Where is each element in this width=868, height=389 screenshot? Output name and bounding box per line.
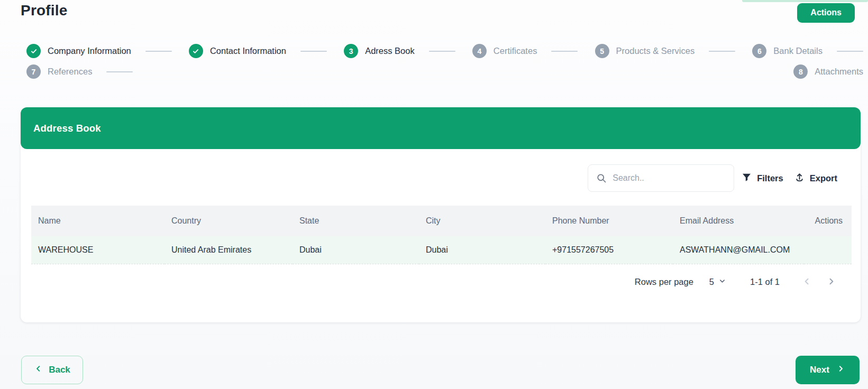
stepper-step-contact-information[interactable]: Contact Information (189, 44, 327, 58)
page-range-label: 1-1 of 1 (750, 277, 780, 287)
search-icon (596, 173, 607, 186)
cell-state: Dubai (293, 236, 419, 264)
chevron-down-icon (718, 277, 726, 287)
filter-funnel-icon (742, 172, 752, 184)
step-label: Attachments (815, 67, 863, 77)
step-connector (300, 51, 327, 52)
next-page-button[interactable] (826, 276, 836, 288)
back-button[interactable]: Back (21, 356, 83, 384)
column-header-country: Country (165, 206, 293, 236)
step-connector (429, 51, 455, 52)
step-label: Contact Information (210, 46, 286, 56)
stepper-row-1: Company Information Contact Information … (26, 44, 863, 58)
card-header: Address Book (21, 107, 861, 149)
step-connector (837, 51, 863, 52)
table-toolbar: Filters Export (21, 164, 837, 192)
chevron-left-icon (802, 276, 812, 288)
next-label: Next (810, 365, 829, 375)
address-book-card: Address Book Filters Export (21, 107, 861, 322)
step-number-badge: 8 (793, 64, 808, 79)
top-edge-green-streak (742, 0, 868, 2)
step-label: Company Information (48, 46, 131, 56)
profile-stepper: Company Information Contact Information … (26, 44, 863, 79)
column-header-state: State (293, 206, 419, 236)
step-label: Bank Details (773, 46, 823, 56)
next-button[interactable]: Next (796, 356, 860, 384)
column-header-city: City (419, 206, 545, 236)
stepper-step-attachments[interactable]: 8 Attachments (793, 64, 863, 79)
stepper-step-certificates[interactable]: 4 Certificates (472, 44, 578, 58)
chevron-right-icon (826, 276, 836, 288)
export-upload-icon (794, 172, 805, 184)
card-title: Address Book (33, 123, 101, 134)
step-number-badge: 5 (595, 44, 609, 58)
filters-label: Filters (757, 173, 783, 183)
check-circle-icon (26, 44, 41, 58)
step-number-badge: 6 (752, 44, 766, 58)
rows-per-page-label: Rows per page (635, 277, 693, 287)
column-header-actions: Actions (804, 206, 852, 236)
step-label: Adress Book (365, 46, 415, 56)
search-box (588, 164, 734, 192)
filters-button[interactable]: Filters (742, 172, 783, 184)
check-circle-icon (189, 44, 203, 58)
step-number-badge: 7 (26, 64, 41, 79)
cell-phone-number: +971557267505 (545, 236, 673, 264)
step-label: References (48, 67, 92, 77)
step-number-badge: 3 (344, 44, 358, 58)
page-title: Profile (21, 2, 68, 19)
chevron-left-icon (34, 364, 43, 376)
step-connector (106, 71, 133, 72)
export-button[interactable]: Export (794, 172, 837, 184)
stepper-step-company-information[interactable]: Company Information (26, 44, 172, 58)
back-label: Back (49, 365, 70, 375)
cell-email-address: ASWATHANN@GMAIL.COM (673, 236, 804, 264)
stepper-step-products-services[interactable]: 5 Products & Services (595, 44, 736, 58)
cell-actions (804, 236, 852, 264)
cell-name: WAREHOUSE (31, 236, 165, 264)
step-connector (709, 51, 735, 52)
stepper-step-bank-details[interactable]: 6 Bank Details (752, 44, 863, 58)
previous-page-button[interactable] (802, 276, 812, 288)
step-connector (551, 51, 578, 52)
table-row[interactable]: WAREHOUSE United Arab Emirates Dubai Dub… (31, 236, 852, 264)
step-label: Products & Services (616, 46, 695, 56)
pagination-bar: Rows per page 5 1-1 of 1 (21, 276, 836, 288)
column-header-email-address: Email Address (673, 206, 804, 236)
chevron-right-icon (836, 364, 845, 376)
export-label: Export (810, 173, 837, 183)
actions-button[interactable]: Actions (797, 3, 855, 23)
step-label: Certificates (494, 46, 537, 56)
cell-city: Dubai (419, 236, 545, 264)
column-header-name: Name (31, 206, 165, 236)
step-connector (145, 51, 172, 52)
rows-per-page-select[interactable]: 5 (709, 277, 726, 287)
stepper-step-adress-book[interactable]: 3 Adress Book (344, 44, 455, 58)
rows-per-page-value: 5 (709, 277, 714, 287)
search-input[interactable] (588, 164, 734, 192)
cell-country: United Arab Emirates (165, 236, 293, 264)
stepper-step-references[interactable]: 7 References (26, 64, 133, 79)
stepper-row-2: 7 References 8 Attachments (26, 64, 863, 79)
address-table: Name Country State City Phone Number Ema… (31, 206, 852, 264)
column-header-phone-number: Phone Number (545, 206, 673, 236)
step-number-badge: 4 (472, 44, 487, 58)
table-header-row: Name Country State City Phone Number Ema… (31, 206, 852, 236)
